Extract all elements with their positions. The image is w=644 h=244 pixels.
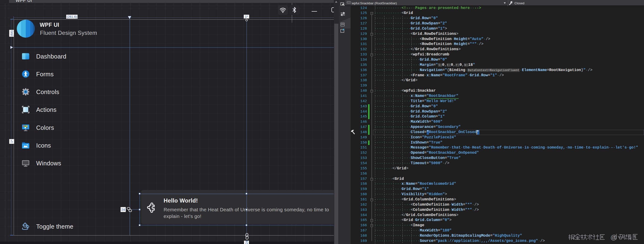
- svg-text:@: @: [610, 234, 617, 241]
